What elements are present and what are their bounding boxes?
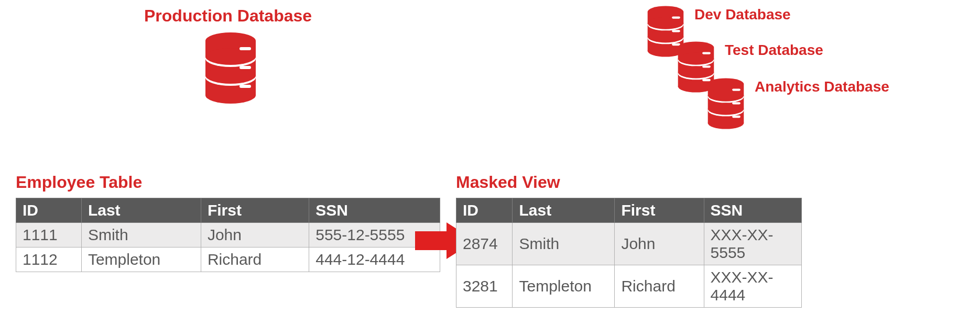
table-header-row: ID Last First SSN — [456, 198, 802, 223]
cell-id: 1111 — [16, 223, 82, 248]
table-row: 2874 Smith John XXX-XX-5555 — [456, 223, 802, 265]
svg-rect-38 — [732, 102, 741, 104]
col-ssn: SSN — [309, 198, 440, 223]
svg-point-2 — [205, 87, 256, 104]
employee-table: ID Last First SSN 1111 Smith John 555-12… — [16, 198, 440, 272]
dev-database-label: Dev Database — [694, 6, 791, 23]
cell-first: Richard — [615, 265, 704, 308]
svg-point-34 — [708, 89, 744, 102]
col-last: Last — [81, 198, 201, 223]
cell-first: Richard — [201, 248, 309, 272]
database-icon — [202, 31, 259, 105]
cell-last: Smith — [81, 223, 201, 248]
table-header-row: ID Last First SSN — [16, 198, 440, 223]
cell-ssn-masked: XXX-XX-5555 — [704, 223, 801, 265]
col-first: First — [201, 198, 309, 223]
cell-id-masked: 2874 — [456, 223, 513, 265]
analytics-database-label: Analytics Database — [755, 78, 889, 95]
cell-last: Smith — [513, 223, 615, 265]
cell-first: John — [615, 223, 704, 265]
production-database-label: Production Database — [144, 6, 312, 26]
cell-last: Templeton — [513, 265, 615, 308]
svg-rect-18 — [672, 30, 680, 32]
svg-point-36 — [708, 103, 744, 115]
database-icon — [705, 77, 747, 130]
cell-id: 1112 — [16, 248, 82, 272]
svg-rect-37 — [732, 88, 741, 91]
svg-rect-39 — [732, 116, 741, 118]
col-ssn: SSN — [704, 198, 801, 223]
test-database-label: Test Database — [725, 42, 823, 59]
cell-id-masked: 3281 — [456, 265, 513, 308]
col-id: ID — [16, 198, 82, 223]
employee-table-title: Employee Table — [16, 173, 142, 192]
masked-view-title: Masked View — [456, 173, 560, 192]
cell-first: John — [201, 223, 309, 248]
svg-rect-17 — [672, 16, 680, 18]
svg-rect-7 — [239, 47, 251, 50]
svg-rect-27 — [702, 52, 711, 54]
table-row: 1111 Smith John 555-12-5555 — [16, 223, 440, 248]
cell-ssn-masked: XXX-XX-4444 — [704, 265, 801, 308]
col-id: ID — [456, 198, 513, 223]
svg-point-4 — [205, 48, 256, 65]
svg-point-14 — [648, 17, 684, 29]
col-last: Last — [513, 198, 615, 223]
table-row: 3281 Templeton Richard XXX-XX-4444 — [456, 265, 802, 308]
col-first: First — [615, 198, 704, 223]
cell-last: Templeton — [81, 248, 201, 272]
svg-rect-8 — [239, 66, 251, 69]
table-row: 1112 Templeton Richard 444-12-4444 — [16, 248, 440, 272]
masked-table: ID Last First SSN 2874 Smith John XXX-XX… — [456, 198, 802, 308]
svg-point-6 — [205, 67, 256, 84]
svg-point-32 — [708, 117, 744, 129]
svg-rect-9 — [239, 85, 251, 88]
svg-rect-28 — [702, 65, 711, 68]
svg-point-24 — [678, 53, 714, 65]
svg-point-26 — [678, 66, 714, 78]
